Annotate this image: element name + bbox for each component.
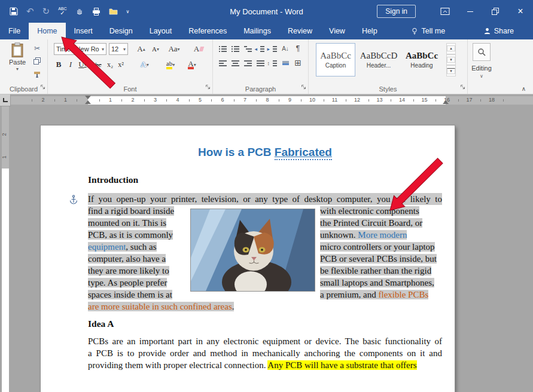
format-painter-button[interactable] <box>33 71 41 80</box>
text-line[interactable]: mounted on it. This is <box>88 217 185 229</box>
minimize-button[interactable] <box>458 0 483 23</box>
styles-dialog-launcher[interactable] <box>460 81 465 92</box>
sort-button[interactable]: A↓ <box>279 43 291 54</box>
hyperlink[interactable]: equipment <box>88 242 126 252</box>
style-caption[interactable]: AaBbCc Caption <box>316 43 355 76</box>
text-line[interactable]: PCB or several PCBs inside, but <box>320 253 442 265</box>
style-heading[interactable]: AaBbCc Heading <box>402 43 441 76</box>
font-name-combo[interactable]: Times New Ro▾ <box>54 43 106 55</box>
style-header[interactable]: AaBbCcD Header... <box>359 43 398 76</box>
quick-print-button[interactable] <box>92 8 100 16</box>
underline-button[interactable]: U▾ <box>77 59 89 71</box>
multilevel-list-button[interactable] <box>242 43 254 54</box>
text-line[interactable]: find a rigid board inside <box>88 205 185 217</box>
text-line[interactable]: with electronic components <box>320 205 442 217</box>
shading-button[interactable] <box>279 57 291 68</box>
paste-dropdown[interactable]: ▾ <box>16 66 19 72</box>
open-file-button[interactable] <box>109 8 118 15</box>
document-page[interactable]: How is a PCB Fabricated Introduction If … <box>41 125 455 392</box>
pan-hand-button[interactable] <box>75 7 84 16</box>
vertical-ruler[interactable]: 21 <box>0 106 11 392</box>
bullets-button[interactable] <box>217 43 229 54</box>
ribbon-display-options-button[interactable] <box>433 0 458 23</box>
text-line[interactable]: spaces inside them is at <box>88 289 185 301</box>
font-dialog-launcher[interactable] <box>205 81 211 92</box>
intro-heading[interactable]: Introduction <box>88 174 442 185</box>
align-right-button[interactable] <box>242 57 254 68</box>
line-spacing-button[interactable]: ↕ <box>267 57 279 68</box>
bold-button[interactable]: B <box>53 59 65 71</box>
tab-view[interactable]: View <box>321 23 354 39</box>
hyperlink[interactable]: More modern <box>358 230 407 240</box>
strikethrough-button[interactable]: abc <box>91 59 103 71</box>
tab-insert[interactable]: Insert <box>66 23 101 39</box>
first-line-indent-marker[interactable] <box>85 96 91 99</box>
cat-image[interactable] <box>190 209 315 292</box>
text-line[interactable]: a PCB is to provide order and method in … <box>88 347 442 359</box>
title-link[interactable]: Fabricated <box>275 146 332 160</box>
para1-line-full[interactable]: If you open-up your printer, television,… <box>88 193 442 205</box>
subscript-button[interactable]: x₂ <box>104 59 116 71</box>
save-button[interactable] <box>10 7 18 16</box>
document-title[interactable]: How is a PCB Fabricated <box>88 146 442 159</box>
tab-references[interactable]: References <box>180 23 235 39</box>
text-line[interactable]: are more suitable in such confined areas… <box>88 301 442 313</box>
share-button[interactable]: Share <box>476 23 522 39</box>
collapse-ribbon-button[interactable]: ∧ <box>522 85 526 92</box>
italic-button[interactable]: I <box>65 59 77 71</box>
hanging-indent-marker[interactable] <box>85 100 91 104</box>
tab-home[interactable]: Home <box>29 23 65 39</box>
tab-review[interactable]: Review <box>279 23 321 39</box>
text-line[interactable]: type. As people prefer <box>88 277 185 289</box>
grow-font-button[interactable]: A▴ <box>135 43 147 55</box>
tab-file[interactable]: File <box>0 23 29 39</box>
text-line[interactable]: computer, also have a <box>88 253 185 265</box>
sign-in-button[interactable]: Sign in <box>377 5 416 18</box>
clear-formatting-button[interactable]: A <box>193 43 205 55</box>
redo-button[interactable]: ↻ <box>42 7 50 16</box>
align-left-button[interactable] <box>217 57 229 68</box>
idea-heading[interactable]: Idea A <box>88 318 442 329</box>
close-button[interactable]: × <box>508 0 533 23</box>
text-effects-button[interactable]: A▾ <box>139 59 151 71</box>
undo-button[interactable]: ↶ <box>26 7 34 16</box>
styles-scroll-down[interactable]: ▾ <box>446 54 456 66</box>
styles-gallery-more[interactable]: ▾ <box>446 65 456 76</box>
text-line[interactable]: equipment, such as <box>88 241 185 253</box>
text-line[interactable]: PCB, as it is commonly <box>88 229 185 241</box>
tab-design[interactable]: Design <box>101 23 141 39</box>
clipboard-dialog-launcher[interactable] <box>40 81 45 92</box>
find-button[interactable] <box>473 43 491 61</box>
text-line[interactable]: be flexible rather than the rigid <box>320 265 442 277</box>
font-color-button[interactable]: A▾ <box>184 59 200 71</box>
text-line[interactable]: unknown. More modern <box>320 229 442 241</box>
font-size-combo[interactable]: 12▾ <box>109 43 128 55</box>
copy-button[interactable] <box>33 57 41 66</box>
text-line[interactable]: micro controllers or your laptop <box>320 241 442 253</box>
customize-qat-button[interactable]: ∨ <box>126 9 130 14</box>
shrink-font-button[interactable]: A▾ <box>150 43 162 55</box>
tab-stop-selector[interactable] <box>0 94 11 106</box>
show-hide-marks-button[interactable]: ¶ <box>292 43 304 54</box>
borders-button[interactable]: ⊞ <box>292 57 304 68</box>
paragraph-dialog-launcher[interactable] <box>301 81 306 92</box>
text-line[interactable]: small laptops and Smartphones, <box>320 277 442 289</box>
spell-check-button[interactable]: ABC ✓ <box>58 7 66 16</box>
increase-indent-button[interactable]: ▸ <box>267 43 279 54</box>
change-case-button[interactable]: Aa▾ <box>166 43 182 55</box>
decrease-indent-button[interactable]: ◂ <box>254 43 266 54</box>
text-line[interactable]: a premium, and flexible PCBs <box>320 289 442 301</box>
styles-scroll-up[interactable]: ▴ <box>446 43 456 54</box>
numbering-button[interactable] <box>229 43 241 54</box>
horizontal-ruler[interactable]: 21123456789101112131415161718 <box>11 94 533 106</box>
text-line[interactable]: they are more likely to <box>88 265 185 277</box>
superscript-button[interactable]: x² <box>115 59 127 71</box>
cut-button[interactable]: ✂ <box>34 44 40 53</box>
align-center-button[interactable] <box>229 57 241 68</box>
paste-button[interactable]: Paste ▾ <box>5 42 30 87</box>
restore-button[interactable] <box>483 0 508 23</box>
text-line[interactable]: the Printed Circuit Board, or <box>320 217 442 229</box>
text-line[interactable]: PCBs are an important part in any electr… <box>88 335 442 347</box>
justify-button[interactable] <box>254 57 266 68</box>
text-line[interactable]: providing them with proper electrical co… <box>88 359 442 371</box>
